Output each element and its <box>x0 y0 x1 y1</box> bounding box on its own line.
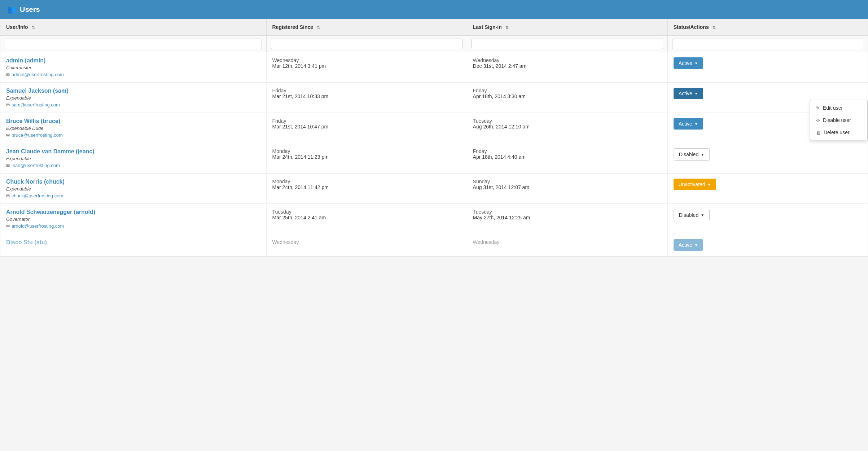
filter-registered-since[interactable] <box>271 39 463 49</box>
table-row: Arnold Schwarzenegger (arnold) Governato… <box>0 204 868 234</box>
user-email: ✉sam@userfrosting.com <box>6 102 260 108</box>
registered-date: Mar 21st, 2014 10:33 pm <box>272 93 461 99</box>
table-row: admin (admin) Cakemaster ✉admin@userfros… <box>0 52 868 83</box>
status-button[interactable]: Disabled ▼ <box>674 209 710 221</box>
status-button[interactable]: Disabled ▼ <box>674 148 710 161</box>
col-header-user-info[interactable]: User/Info ⇅ <box>0 19 266 35</box>
signin-day: Wednesday <box>473 239 662 245</box>
table-row: Disco Stu (stu) Wednesday Wednesday Acti… <box>0 234 868 256</box>
status-button[interactable]: Active ▼ <box>674 118 703 130</box>
delete-user-label: Delete user <box>824 130 850 135</box>
disable-icon: ⊘ <box>816 118 820 123</box>
status-actions-cell: Disabled ▼ <box>667 143 868 174</box>
disable-user-item[interactable]: ⊘ Disable user <box>810 114 867 126</box>
registered-date: Mar 21st, 2014 10:47 pm <box>272 124 461 130</box>
registered-day: Friday <box>272 88 461 93</box>
user-name[interactable]: Chuck Norris (chuck) <box>6 179 260 185</box>
registered-day: Wednesday <box>272 57 461 63</box>
user-title: Expendable <box>6 156 260 161</box>
user-info-cell: Bruce Willis (bruce) Expendable Dude ✉br… <box>0 113 266 143</box>
signin-date: May 27th, 2014 12:25 am <box>473 215 662 220</box>
sort-icon-last-signin: ⇅ <box>505 25 509 30</box>
user-email: ✉jean@userfrosting.com <box>6 163 260 168</box>
registered-day: Monday <box>272 179 461 184</box>
status-button[interactable]: Active ▼ <box>674 88 703 99</box>
signin-day: Friday <box>473 148 662 154</box>
user-info-cell: Disco Stu (stu) <box>0 234 266 256</box>
status-label: Disabled <box>679 212 698 218</box>
user-info-cell: Jean Claude van Damme (jeanc) Expendable… <box>0 143 266 174</box>
dropdown-caret-icon: ▼ <box>701 213 704 217</box>
status-actions-cell: Unactivated ▼ <box>667 174 868 204</box>
status-actions-cell: Active ▼ <box>667 234 868 256</box>
email-icon: ✉ <box>6 133 10 138</box>
registered-day: Friday <box>272 118 461 124</box>
dropdown-caret-icon: ▼ <box>707 183 711 187</box>
email-icon: ✉ <box>6 163 10 168</box>
registered-date: Mar 24th, 2014 11:42 pm <box>272 184 461 190</box>
dropdown-caret-icon: ▼ <box>694 61 698 65</box>
col-header-status-actions[interactable]: Status/Actions ⇅ <box>667 19 868 35</box>
last-signin-cell: Friday Apr 18th, 2014 4:40 am <box>467 143 667 174</box>
status-actions-cell: Active ▼ ✎ Edit user ⊘ Disable user 🗑 De… <box>667 83 868 113</box>
user-email: ✉admin@userfrosting.com <box>6 72 260 77</box>
table-wrapper: User/Info ⇅ Registered Since ⇅ Last Sign… <box>0 19 868 257</box>
registered-since-cell: Friday Mar 21st, 2014 10:47 pm <box>266 113 467 143</box>
last-signin-cell: Sunday Aug 31st, 2014 12:07 am <box>467 174 667 204</box>
dropdown-caret-icon: ▼ <box>701 153 704 157</box>
registered-day: Monday <box>272 148 461 154</box>
header: 👥 Users <box>0 0 868 19</box>
col-header-last-signin[interactable]: Last Sign-in ⇅ <box>467 19 667 35</box>
status-label: Active <box>679 121 692 127</box>
user-name[interactable]: admin (admin) <box>6 57 260 64</box>
status-button[interactable]: Active ▼ <box>674 239 703 251</box>
dropdown-menu: ✎ Edit user ⊘ Disable user 🗑 Delete user <box>810 100 868 140</box>
table-row: Bruce Willis (bruce) Expendable Dude ✉br… <box>0 113 868 143</box>
user-name[interactable]: Jean Claude van Damme (jeanc) <box>6 148 260 155</box>
registered-since-cell: Monday Mar 24th, 2014 11:23 pm <box>266 143 467 174</box>
status-button[interactable]: Active ▼ <box>674 57 703 69</box>
user-title: Cakemaster <box>6 65 260 70</box>
col-header-registered-since[interactable]: Registered Since ⇅ <box>266 19 467 35</box>
status-label: Unactivated <box>679 181 705 187</box>
signin-date: Apr 18th, 2014 3:30 am <box>473 93 662 99</box>
email-icon: ✉ <box>6 72 10 77</box>
trash-icon: 🗑 <box>816 130 821 135</box>
status-button[interactable]: Unactivated ▼ <box>674 179 716 190</box>
sort-icon-status-actions: ⇅ <box>713 25 716 30</box>
status-label: Active <box>679 242 692 248</box>
registered-since-cell: Wednesday <box>266 234 467 256</box>
user-name[interactable]: Bruce Willis (bruce) <box>6 118 260 124</box>
delete-user-item[interactable]: 🗑 Delete user <box>810 126 867 139</box>
signin-day: Sunday <box>473 179 662 184</box>
dropdown-caret-icon: ▼ <box>694 92 698 96</box>
signin-day: Wednesday <box>473 57 662 63</box>
signin-date: Aug 31st, 2014 12:07 am <box>473 184 662 190</box>
signin-day: Friday <box>473 88 662 93</box>
status-actions-cell: Active ▼ <box>667 52 868 83</box>
user-name[interactable]: Arnold Schwarzenegger (arnold) <box>6 209 260 215</box>
user-title: Expendable <box>6 95 260 101</box>
filter-status[interactable] <box>672 39 863 49</box>
registered-since-cell: Friday Mar 21st, 2014 10:33 pm <box>266 83 467 113</box>
user-name[interactable]: Disco Stu (stu) <box>6 239 260 246</box>
signin-date: Apr 18th, 2014 4:40 am <box>473 154 662 160</box>
dropdown-caret-icon: ▼ <box>694 243 698 247</box>
signin-date: Dec 31st, 2014 2:47 am <box>473 63 662 69</box>
status-actions-cell: Disabled ▼ <box>667 204 868 234</box>
user-email: ✉bruce@userfrosting.com <box>6 132 260 138</box>
table-row: Jean Claude van Damme (jeanc) Expendable… <box>0 143 868 174</box>
user-info-cell: Arnold Schwarzenegger (arnold) Governato… <box>0 204 266 234</box>
edit-user-item[interactable]: ✎ Edit user <box>810 102 867 114</box>
registered-date: Mar 25th, 2014 2:41 am <box>272 215 461 220</box>
registered-since-cell: Tuesday Mar 25th, 2014 2:41 am <box>266 204 467 234</box>
filter-user-info[interactable] <box>5 39 262 49</box>
last-signin-cell: Tuesday May 27th, 2014 12:25 am <box>467 204 667 234</box>
edit-icon: ✎ <box>816 105 820 111</box>
user-info-cell: admin (admin) Cakemaster ✉admin@userfros… <box>0 52 266 83</box>
last-signin-cell: Wednesday <box>467 234 667 256</box>
filter-last-signin[interactable] <box>472 39 663 49</box>
user-name[interactable]: Samuel Jackson (sam) <box>6 88 260 94</box>
registered-date: Mar 24th, 2014 11:23 pm <box>272 154 461 160</box>
last-signin-cell: Wednesday Dec 31st, 2014 2:47 am <box>467 52 667 83</box>
